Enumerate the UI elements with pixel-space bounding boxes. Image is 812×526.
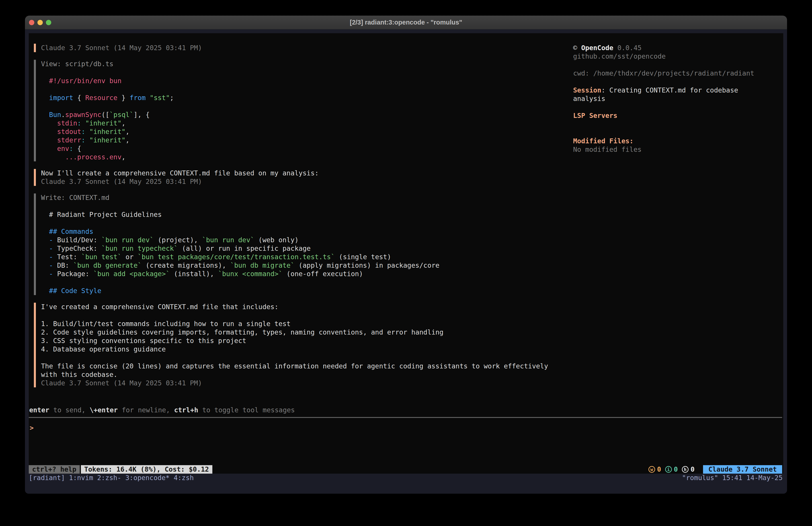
text-line: Session: Creating CONTEXT.md for codebas… (573, 86, 778, 95)
composer-input[interactable] (40, 424, 779, 464)
text-line: © OpenCode 0.0.45 (573, 44, 778, 52)
window-title: [2/3] radiant:3:opencode - "romulus" (350, 19, 462, 26)
help-chip[interactable]: ctrl+? help (29, 465, 80, 474)
text-line (573, 61, 778, 69)
tmux-status-bar: [radiant] 1:nvim 2:zsh- 3:opencode* 4:zs… (29, 474, 783, 482)
assistant-message-block: I've created a comprehensive CONTEXT.md … (34, 303, 553, 387)
message-accent-bar (34, 169, 36, 186)
text-line (41, 85, 553, 94)
session-sidebar: © OpenCode 0.0.45github.com/sst/opencode… (573, 44, 778, 154)
diagnostic-info: i0 (665, 465, 682, 474)
text-line (41, 354, 553, 362)
composer-hint: enter to send, \+enter for newline, ctrl… (29, 406, 295, 414)
text-line: Now I'll create a comprehensive CONTEXT.… (41, 169, 553, 177)
model-chip[interactable]: Claude 3.7 Sonnet (703, 465, 782, 474)
text-line (573, 128, 778, 137)
text-line: Claude 3.7 Sonnet (14 May 2025 03:41 PM) (41, 379, 553, 387)
text-line: Write: CONTEXT.md (41, 194, 553, 202)
status-right-cluster: w0i0h0 Claude 3.7 Sonnet (649, 465, 782, 474)
text-line (573, 77, 778, 86)
diagnostic-hint-count: 0 (691, 465, 695, 474)
text-line: - Package: `bun add <package>` (install)… (41, 270, 553, 278)
composer-separator (29, 417, 782, 418)
window-titlebar: [2/3] radiant:3:opencode - "romulus" (25, 16, 787, 29)
text-line: - DB: `bun db generate` (create migratio… (41, 261, 553, 270)
text-line: # Radiant Project Guidelines (41, 210, 553, 219)
text-line: ## Code Style (41, 287, 553, 295)
tool-accent-bar (34, 194, 36, 295)
diagnostic-hint: h0 (682, 465, 699, 474)
tool-accent-bar (34, 60, 36, 161)
diagnostic-warning: w0 (649, 465, 665, 474)
diagnostic-warning-count: 0 (657, 465, 661, 474)
terminal-window: [2/3] radiant:3:opencode - "romulus" Cla… (25, 16, 787, 494)
assistant-message-block: Claude 3.7 Sonnet (14 May 2025 03:41 PM) (34, 44, 553, 52)
text-line: - TypeCheck: `bun run typecheck` (all) o… (41, 244, 553, 253)
text-line: View: script/db.ts (41, 60, 553, 68)
text-line (41, 102, 553, 111)
text-line: import { Resource } from "sst"; (41, 94, 553, 102)
tool-output-block: Write: CONTEXT.md # Radiant Project Guid… (34, 194, 553, 295)
zoom-button[interactable] (46, 20, 51, 25)
text-line: 1. Build/lint/test commands including ho… (41, 319, 553, 328)
text-line: No modified files (573, 145, 778, 154)
text-line: github.com/sst/opencode (573, 52, 778, 61)
text-line: - Test: `bun test` or `bun test packages… (41, 253, 553, 261)
text-line (41, 202, 553, 210)
text-line: ## Commands (41, 227, 553, 236)
tmux-session-windows[interactable]: [radiant] 1:nvim 2:zsh- 3:opencode* 4:zs… (29, 474, 194, 482)
text-line: 3. CSS styling conventions specific to t… (41, 337, 553, 345)
text-line: analysis (573, 95, 778, 103)
text-line: enter to send, \+enter for newline, ctrl… (29, 406, 295, 414)
text-line: - Build/Dev: `bun run dev` (project), `b… (41, 236, 553, 244)
text-line (41, 311, 553, 319)
tmux-host-clock: "romulus" 15:41 14-May-25 (682, 474, 783, 482)
diagnostic-warning-icon: w (649, 466, 655, 473)
close-button[interactable] (29, 20, 34, 25)
diagnostics: w0i0h0 (649, 465, 699, 474)
text-line: stderr: "inherit", (41, 136, 553, 144)
message-accent-bar (34, 44, 36, 52)
text-line: Bun.spawnSync([`psql`], { (41, 111, 553, 119)
text-line (41, 68, 553, 77)
text-line: stdout: "inherit", (41, 127, 553, 136)
text-line: LSP Servers (573, 111, 778, 120)
text-line: stdin: "inherit", (41, 119, 553, 127)
traffic-lights (29, 16, 51, 29)
minimize-button[interactable] (38, 20, 43, 25)
text-line: with this codebase. (41, 370, 553, 379)
diagnostic-info-count: 0 (674, 465, 678, 474)
text-line: ...process.env, (41, 153, 553, 161)
diagnostic-hint-icon: h (682, 466, 688, 473)
text-line: I've created a comprehensive CONTEXT.md … (41, 303, 553, 311)
text-line (573, 103, 778, 111)
diagnostic-info-icon: i (665, 466, 672, 473)
terminal-screen: Claude 3.7 Sonnet (14 May 2025 03:41 PM)… (29, 33, 783, 474)
message-accent-bar (34, 303, 36, 387)
text-line (41, 278, 553, 287)
text-line: 4. Database operations guidance (41, 345, 553, 354)
text-line: #!/usr/bin/env bun (41, 77, 553, 85)
text-line: The file is concise (20 lines) and captu… (41, 362, 553, 370)
assistant-message-block: Now I'll create a comprehensive CONTEXT.… (34, 169, 553, 186)
text-line: 2. Code style guidelines covering import… (41, 328, 553, 337)
tokens-cost-chip: Tokens: 16.4K (8%), Cost: $0.12 (81, 465, 212, 474)
text-line: env: { (41, 144, 553, 153)
composer-prompt-icon: > (30, 424, 34, 432)
text-line: Claude 3.7 Sonnet (14 May 2025 03:41 PM) (41, 44, 553, 52)
status-bar: ctrl+? help Tokens: 16.4K (8%), Cost: $0… (29, 465, 782, 474)
chat-log: Claude 3.7 Sonnet (14 May 2025 03:41 PM)… (34, 44, 553, 387)
text-line: cwd: /home/thdxr/dev/projects/radiant/ra… (573, 69, 778, 77)
text-line: Modified Files: (573, 137, 778, 145)
text-line (41, 219, 553, 227)
text-line: Claude 3.7 Sonnet (14 May 2025 03:41 PM) (41, 177, 553, 186)
tool-output-block: View: script/db.ts #!/usr/bin/env bun im… (34, 60, 553, 161)
text-line (573, 120, 778, 128)
